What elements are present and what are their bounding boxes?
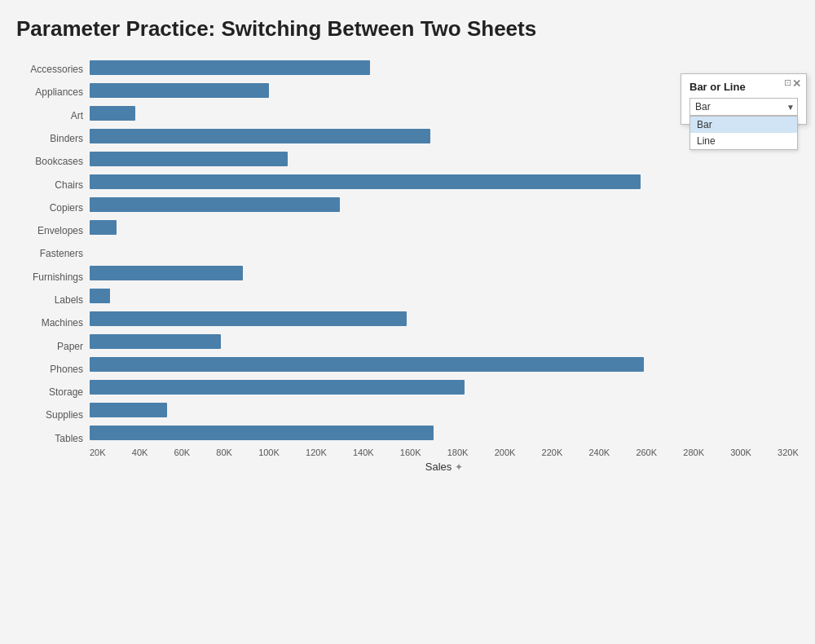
x-axis-label: 240K xyxy=(588,448,610,457)
y-axis-labels: AccessoriesAppliancesArtBindersBookcases… xyxy=(16,56,90,473)
bar-row xyxy=(90,330,799,353)
bar xyxy=(90,334,221,349)
bar-row xyxy=(90,216,799,239)
bar xyxy=(90,426,434,440)
x-axis-label: 300K xyxy=(730,448,751,457)
bar xyxy=(90,106,135,121)
x-axis-label: 280K xyxy=(683,448,704,457)
bar xyxy=(90,129,430,143)
bar-row xyxy=(90,376,799,399)
y-label: Machines xyxy=(42,311,83,334)
x-axis-label: 320K xyxy=(778,448,799,457)
bar xyxy=(90,311,407,326)
x-axis-label: 80K xyxy=(216,448,232,457)
y-label: Copiers xyxy=(50,196,83,219)
bar-row xyxy=(90,148,799,170)
bar xyxy=(90,357,644,372)
x-axis-label: 40K xyxy=(132,448,148,457)
y-label: Envelopes xyxy=(37,219,83,242)
dropdown-option-line[interactable]: Line xyxy=(690,133,797,149)
x-axis-label: 140K xyxy=(353,448,374,457)
y-label: Fasteners xyxy=(40,242,83,265)
bar-row xyxy=(90,399,799,421)
x-axis-title: Sales ✦ xyxy=(90,461,799,473)
y-label: Binders xyxy=(50,127,83,150)
bar-row xyxy=(90,262,799,285)
x-axis-label: 100K xyxy=(258,448,280,457)
bar xyxy=(90,174,641,189)
y-label: Furnishings xyxy=(33,266,83,289)
x-axis: 20K40K60K80K100K120K140K160K180K200K220K… xyxy=(90,444,799,457)
param-panel: ⊡ ✕ Bar or Line BarLine ▼ BarLine xyxy=(681,73,807,125)
bar-row xyxy=(90,285,799,307)
y-label: Art xyxy=(71,104,83,127)
bar xyxy=(90,220,117,235)
x-axis-label: 160K xyxy=(400,448,421,457)
bar xyxy=(90,197,340,212)
resize-icon[interactable]: ⊡ xyxy=(784,77,791,88)
bar xyxy=(90,266,243,280)
x-axis-label: 200K xyxy=(495,448,516,457)
bar-row xyxy=(90,307,799,330)
page: Parameter Practice: Switching Between Tw… xyxy=(0,0,815,644)
select-wrapper: BarLine ▼ BarLine xyxy=(689,98,798,116)
x-axis-label: 60K xyxy=(174,448,191,457)
dropdown-option-bar[interactable]: Bar xyxy=(690,117,797,133)
x-axis-label: 220K xyxy=(542,448,563,457)
y-label: Paper xyxy=(57,335,83,358)
y-label: Appliances xyxy=(35,81,83,104)
y-label: Storage xyxy=(49,381,83,404)
y-label: Supplies xyxy=(46,404,83,426)
x-axis-icon: ✦ xyxy=(455,461,463,473)
y-label: Accessories xyxy=(30,58,83,81)
y-label: Phones xyxy=(50,358,83,381)
x-axis-label: 20K xyxy=(90,448,106,457)
bar-or-line-select[interactable]: BarLine xyxy=(689,98,798,116)
x-axis-label: 180K xyxy=(447,448,469,457)
bar-row xyxy=(90,353,799,376)
bar xyxy=(90,403,167,417)
bar xyxy=(90,289,110,303)
x-axis-label: 260K xyxy=(636,448,657,457)
y-label: Labels xyxy=(55,289,83,311)
y-label: Chairs xyxy=(55,174,83,196)
x-axis-label: 120K xyxy=(306,448,327,457)
bar xyxy=(90,152,288,166)
y-label: Bookcases xyxy=(35,150,83,173)
dropdown-options: BarLine xyxy=(689,116,798,150)
page-title: Parameter Practice: Switching Between Tw… xyxy=(16,16,799,42)
close-icon[interactable]: ✕ xyxy=(792,77,801,90)
bar xyxy=(90,83,269,98)
bar-row xyxy=(90,193,799,216)
bar-row xyxy=(90,421,799,444)
param-title: Bar or Line xyxy=(689,81,782,93)
bar-row xyxy=(90,239,799,262)
bar xyxy=(90,380,465,395)
y-label: Tables xyxy=(55,427,83,450)
bar-row xyxy=(90,170,799,193)
bar xyxy=(90,60,370,75)
x-axis-title-text: Sales xyxy=(425,461,452,473)
